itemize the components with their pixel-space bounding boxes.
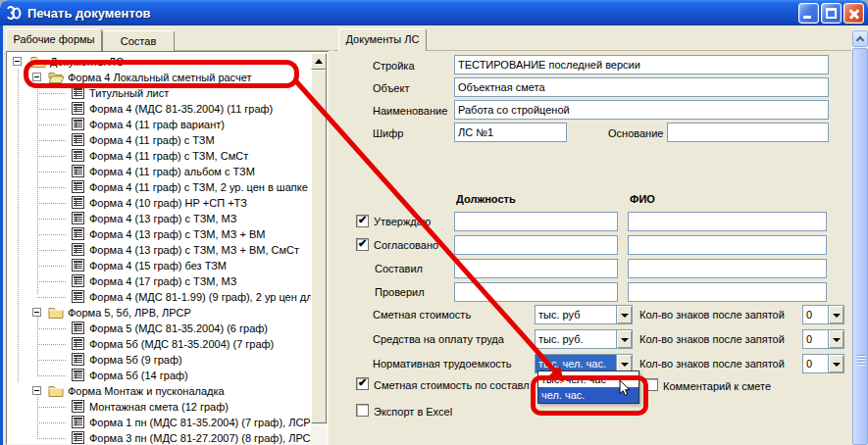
tab-sostav[interactable]: Состав	[102, 30, 175, 51]
tree-item-form[interactable]: Форма 4 (13 граф) с ТЗМ, МЗ	[7, 211, 311, 226]
tree-item-label[interactable]: Титульный лист	[89, 87, 169, 99]
tree-item-label[interactable]: Форма Монтаж и пусконаладка	[68, 385, 225, 397]
unit-combobox[interactable]: тыс. руб	[535, 305, 633, 324]
tree-item-label[interactable]: Монтажная смета (12 граф)	[89, 401, 229, 413]
expand-collapse-icon[interactable]	[32, 386, 41, 395]
position-input[interactable]	[454, 282, 618, 302]
tree-item-label[interactable]: Форма 4 (11 граф вариант)	[89, 119, 225, 130]
tree-item-folder[interactable]: Форма Монтаж и пусконаладка	[7, 383, 311, 399]
tree-item-form[interactable]: Форма 4 (11 граф вариант)	[7, 117, 311, 132]
tree-item-form[interactable]: Форма 3 пн (МДС 81-27.2007) (8 граф), ЛР…	[7, 430, 311, 444]
comment-checkbox[interactable]: ✔	[645, 378, 658, 391]
tree-item-label[interactable]: Форма 5б (14 граф)	[89, 370, 188, 381]
expand-collapse-icon[interactable]	[32, 308, 41, 317]
excel-label: Экспорт в Excel	[374, 406, 452, 418]
tree-item-form[interactable]: Форма 5 (МДС 81-35.2004) (6 граф)	[7, 321, 311, 336]
maximize-button[interactable]	[821, 3, 842, 24]
shifr-input[interactable]	[454, 123, 567, 142]
minimize-button[interactable]	[798, 3, 819, 24]
titlebar[interactable]: Печать документов	[0, 0, 868, 25]
tab-documents-ls[interactable]: Документы ЛС	[338, 28, 427, 51]
fio-input[interactable]	[628, 282, 827, 302]
tree-item-form[interactable]: Форма 4 (17 граф) с ТЗМ, МЗ	[7, 273, 311, 289]
fio-input[interactable]	[628, 235, 827, 255]
field-input[interactable]	[454, 55, 829, 74]
tree-scrollbar[interactable]	[311, 53, 327, 444]
tree-item-form[interactable]: Титульный лист	[7, 85, 311, 101]
position-input[interactable]	[454, 259, 618, 278]
tree-item-form[interactable]: Форма 4 (МДС 81-35.2004) (11 граф)	[7, 101, 311, 117]
tree-item-label[interactable]: Форма 1 пн (МДС 81-35.2004) (7 граф), ЛС…	[89, 417, 311, 428]
tree-item-label[interactable]: Форма 4 (11 граф) с ТЗМ, СмСт	[89, 150, 248, 162]
tree-item-form[interactable]: Форма 4 (МДС 81-1.99) (9 граф), 2 ур цен…	[7, 289, 311, 305]
panel-scrollbar[interactable]	[852, 29, 868, 445]
tree-item-form[interactable]: Форма 4 (11 граф) с ТЗМ, СмСт	[7, 148, 311, 164]
scroll-up-button[interactable]	[311, 53, 327, 70]
position-input[interactable]	[454, 235, 618, 255]
excel-checkbox[interactable]: ✔	[356, 404, 369, 417]
field-input[interactable]	[454, 100, 829, 120]
tree-item-form[interactable]: Форма 5б (9 граф)	[7, 352, 311, 368]
tree-item-label[interactable]: Форма 5, 5б, ЛРВ, ЛРСР	[68, 307, 191, 319]
dropdown-button[interactable]	[616, 330, 632, 348]
tree-guide	[37, 124, 67, 125]
tree-item-label[interactable]: Форма 4 (11 граф) с ТЗМ	[89, 134, 215, 146]
expand-collapse-icon[interactable]	[32, 73, 41, 81]
tree-item-form[interactable]: Форма 5б (14 граф)	[7, 368, 311, 383]
tree-item-label[interactable]: Форма 5б (9 граф)	[89, 354, 182, 366]
tree-item-folder[interactable]: Документы ЛС	[7, 54, 311, 70]
field-input[interactable]	[454, 77, 829, 97]
tree-item-label[interactable]: Форма 4 (МДС 81-35.2004) (11 граф)	[89, 103, 273, 115]
expand-collapse-icon[interactable]	[13, 57, 22, 66]
tree-item-folder[interactable]: Форма 5, 5б, ЛРВ, ЛРСР	[7, 305, 311, 321]
tree-item-folder[interactable]: Форма 4 Локальный сметный расчет	[7, 70, 311, 85]
dropdown-button[interactable]	[828, 306, 843, 323]
tree-item-label[interactable]: Форма 4 (МДС 81-1.99) (9 граф), 2 ур цен…	[89, 291, 311, 303]
tree-item-form[interactable]: Монтажная смета (12 граф)	[7, 399, 311, 415]
scrollbar-thumb[interactable]	[852, 48, 868, 445]
tree-item-label[interactable]: Документы ЛС	[50, 56, 124, 68]
tree-item-form[interactable]: Форма 4 (13 граф) с ТЗМ, МЗ + ВМ, СмСт	[7, 242, 311, 258]
tree-item-form[interactable]: Форма 1 пн (МДС 81-35.2004) (7 граф), ЛС…	[7, 415, 311, 430]
dropdown-button[interactable]	[828, 330, 843, 348]
spreadsheet-icon	[72, 86, 84, 101]
dropdown-button[interactable]	[828, 355, 843, 372]
sign-checkbox[interactable]: ✔	[356, 238, 369, 251]
tree-item-label[interactable]: Форма 4 (13 граф) с ТЗМ, МЗ + ВМ, СмСт	[89, 244, 299, 256]
scrollbar-thumb[interactable]	[311, 70, 327, 423]
tree-item-label[interactable]: Форма 3 пн (МДС 81-27.2007) (8 граф), ЛР…	[89, 432, 311, 444]
tree-item-form[interactable]: Форма 4 (11 граф) с ТЗМ	[7, 132, 311, 148]
tree-item-form[interactable]: Форма 4 (11 граф) с ТЗМ, 2 ур. цен в шап…	[7, 179, 311, 195]
unit-combobox[interactable]: тыс. руб.	[535, 329, 633, 349]
tree-item-label[interactable]: Форма 4 (13 граф) с ТЗМ, МЗ + ВМ	[89, 228, 265, 240]
sign-checkbox[interactable]: ✔	[356, 215, 369, 227]
osnovanie-input[interactable]	[667, 123, 829, 142]
dropdown-option[interactable]: чел. час.	[538, 387, 638, 403]
tree-item-form[interactable]: Форма 4 (10 граф) НР +СП +ТЗ	[7, 195, 311, 211]
position-input[interactable]	[454, 212, 618, 231]
tree-item-form[interactable]: Форма 4 (15 граф) без ТЗМ	[7, 258, 311, 273]
tree-item-label[interactable]: Форма 4 (10 граф) НР +СП +ТЗ	[89, 197, 247, 209]
dropdown-button[interactable]	[616, 306, 632, 323]
tree-item-form[interactable]: Форма 5б (МДС 81-35.2004) (7 граф)	[7, 336, 311, 352]
tree-item-form[interactable]: Форма 4 (13 граф) с ТЗМ, МЗ + ВМ	[7, 226, 311, 242]
tree-item-label[interactable]: Форма 4 (11 граф) альбом с ТЗМ	[89, 166, 255, 177]
dropdown-option[interactable]: тыс. чел. час	[538, 371, 638, 387]
digits-combobox[interactable]: 0	[802, 329, 844, 349]
tree-item-label[interactable]: Форма 4 (17 граф) с ТЗМ, МЗ	[89, 275, 236, 287]
fio-input[interactable]	[628, 212, 827, 231]
tree-item-label[interactable]: Форма 5б (МДС 81-35.2004) (7 граф)	[89, 338, 274, 350]
tree-item-form[interactable]: Форма 4 (11 граф) альбом с ТЗМ	[7, 164, 311, 179]
close-button[interactable]	[843, 3, 864, 24]
tree-item-label[interactable]: Форма 4 (15 граф) без ТЗМ	[89, 260, 227, 272]
fio-input[interactable]	[628, 259, 827, 278]
tree-item-label[interactable]: Форма 5 (МДС 81-35.2004) (6 граф)	[89, 322, 268, 334]
scroll-up-button[interactable]	[852, 30, 868, 47]
tab-working-forms[interactable]: Рабочие формы	[6, 28, 102, 51]
digits-combobox[interactable]: 0	[802, 354, 844, 373]
tree-item-label[interactable]: Форма 4 (13 граф) с ТЗМ, МЗ	[89, 213, 236, 224]
tree-item-label[interactable]: Форма 4 (11 граф) с ТЗМ, 2 ур. цен в шап…	[89, 181, 308, 193]
by-components-checkbox[interactable]: ✔	[356, 377, 369, 390]
tree-item-label[interactable]: Форма 4 Локальный сметный расчет	[68, 72, 252, 83]
digits-combobox[interactable]: 0	[802, 305, 844, 324]
